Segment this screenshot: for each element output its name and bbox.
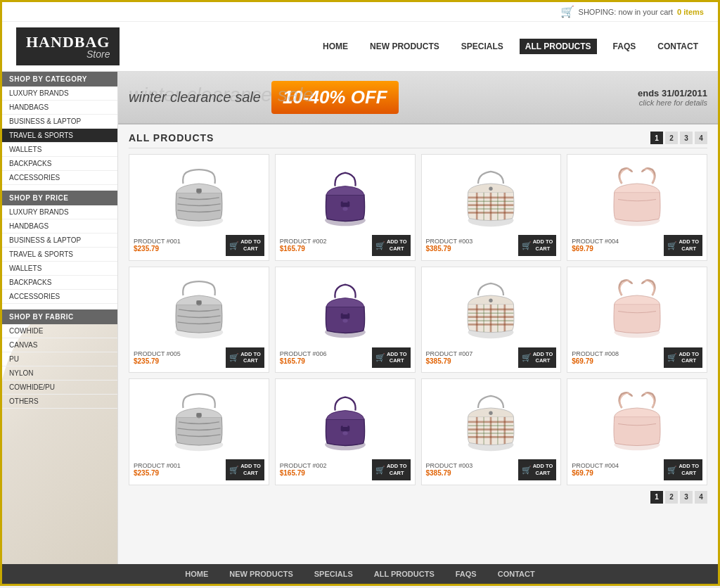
main-nav: HOME NEW PRODUCTS SPECIALS ALL PRODUCTS … bbox=[317, 39, 704, 54]
nav-specials[interactable]: SPECIALS bbox=[456, 39, 509, 54]
add-to-cart-button[interactable]: 🛒ADD TOCART bbox=[372, 235, 411, 256]
cart-items[interactable]: 0 items bbox=[677, 8, 704, 16]
add-to-cart-button[interactable]: 🛒ADD TOCART bbox=[664, 347, 702, 369]
cart-button-icon: 🛒 bbox=[229, 352, 239, 362]
sidebar-price-accessories[interactable]: ACCESSORIES bbox=[2, 290, 117, 304]
product-image[interactable] bbox=[134, 383, 264, 457]
add-to-cart-button[interactable]: 🛒ADD TOCART bbox=[226, 347, 264, 369]
sidebar-fabric-cowhide[interactable]: COWHIDE bbox=[2, 324, 117, 338]
nav-contact[interactable]: CONTACT bbox=[652, 39, 704, 54]
footer-new-products[interactable]: NEW PRODUCTS bbox=[229, 570, 292, 578]
add-to-cart-button[interactable]: 🛒ADD TOCART bbox=[664, 459, 702, 480]
product-image[interactable] bbox=[280, 159, 411, 233]
product-image[interactable] bbox=[280, 383, 411, 457]
sidebar-item-handbags[interactable]: HANDBAGS bbox=[2, 101, 117, 115]
add-to-cart-button[interactable]: 🛒ADD TOCART bbox=[226, 235, 264, 256]
header: HANDBAG Store HOME NEW PRODUCTS SPECIALS… bbox=[2, 22, 718, 72]
sidebar-item-backpacks[interactable]: BACKPACKS bbox=[2, 157, 117, 171]
product-image[interactable] bbox=[426, 383, 557, 457]
add-to-cart-button[interactable]: 🛒ADD TOCART bbox=[372, 459, 411, 480]
product-card: PRODUCT #007 $385.79 🛒ADD TOCART bbox=[421, 267, 562, 373]
footer-all-products[interactable]: ALL PRODUCTS bbox=[374, 570, 435, 578]
footer-specials[interactable]: SPECIALS bbox=[314, 570, 353, 578]
sidebar-item-accessories[interactable]: ACCESSORIES bbox=[2, 171, 117, 185]
product-image[interactable] bbox=[426, 159, 557, 233]
page-btn-1[interactable]: 1 bbox=[650, 132, 663, 144]
cart-button-icon: 🛒 bbox=[229, 465, 239, 475]
product-info: PRODUCT #004 $69.79 🛒ADD TOCART bbox=[572, 459, 702, 480]
product-name: PRODUCT #002 bbox=[280, 238, 327, 245]
sidebar-fabric-canvas[interactable]: CANVAS bbox=[2, 338, 117, 352]
sidebar-item-travel-sports[interactable]: TRAVEL & SPORTS bbox=[2, 129, 117, 143]
nav-home[interactable]: HOME bbox=[317, 39, 354, 54]
product-price: $165.79 bbox=[280, 469, 327, 477]
sidebar-price-handbags[interactable]: HANDBAGS bbox=[2, 219, 117, 234]
product-card: PRODUCT #001 $235.79 🛒ADD TOCART bbox=[129, 378, 269, 485]
footer-contact[interactable]: CONTACT bbox=[498, 570, 535, 578]
product-info: PRODUCT #006 $165.79 🛒ADD TOCART bbox=[280, 347, 411, 369]
page-btn-bottom-2[interactable]: 2 bbox=[665, 491, 678, 504]
add-to-cart-button[interactable]: 🛒ADD TOCART bbox=[518, 235, 557, 256]
footer-home[interactable]: HOME bbox=[185, 570, 208, 578]
product-info: PRODUCT #005 $235.79 🛒ADD TOCART bbox=[134, 347, 264, 369]
logo[interactable]: HANDBAG Store bbox=[16, 27, 120, 65]
page-btn-4[interactable]: 4 bbox=[695, 132, 707, 144]
sidebar-fabric-pu[interactable]: PU bbox=[2, 352, 117, 366]
footer-faqs[interactable]: FAQs bbox=[456, 570, 477, 578]
product-name: PRODUCT #005 bbox=[134, 350, 181, 357]
product-price: $235.79 bbox=[134, 469, 181, 477]
page-btn-bottom-4[interactable]: 4 bbox=[695, 491, 707, 504]
add-to-cart-button[interactable]: 🛒ADD TOCART bbox=[518, 347, 557, 369]
add-to-cart-button[interactable]: 🛒ADD TOCART bbox=[372, 347, 411, 369]
sidebar-price-business[interactable]: BUSINESS & LAPTOP bbox=[2, 234, 117, 248]
nav-all-products[interactable]: ALL PRODUCTS bbox=[520, 39, 597, 54]
nav-faqs[interactable]: FAQs bbox=[608, 39, 642, 54]
main-container: SHOP BY CATEGORY LUXURY BRANDS HANDBAGS … bbox=[2, 72, 718, 564]
sidebar-item-luxury-brands[interactable]: LUXURY BRANDS bbox=[2, 87, 117, 101]
product-info: PRODUCT #007 $385.79 🛒ADD TOCART bbox=[426, 347, 557, 369]
product-card: PRODUCT #003 $385.79 🛒ADD TOCART bbox=[421, 378, 562, 485]
nav-new-products[interactable]: NEW PRODUCTS bbox=[364, 39, 445, 54]
page-btn-3[interactable]: 3 bbox=[680, 132, 693, 144]
cart-button-icon: 🛒 bbox=[375, 241, 385, 250]
product-image[interactable] bbox=[426, 271, 557, 345]
page-btn-bottom-3[interactable]: 3 bbox=[680, 491, 693, 504]
add-to-cart-button[interactable]: 🛒ADD TOCART bbox=[226, 459, 264, 480]
product-image[interactable] bbox=[572, 383, 702, 457]
product-name: PRODUCT #004 bbox=[572, 462, 619, 469]
product-info: PRODUCT #003 $385.79 🛒ADD TOCART bbox=[426, 459, 557, 480]
product-info: PRODUCT #004 $69.79 🛒ADD TOCART bbox=[572, 235, 702, 256]
product-info: PRODUCT #001 $235.79 🛒ADD TOCART bbox=[134, 235, 264, 256]
sidebar-section-category: SHOP BY CATEGORY LUXURY BRANDS HANDBAGS … bbox=[2, 72, 117, 185]
sidebar-fabric-nylon[interactable]: NYLON bbox=[2, 366, 117, 381]
product-price: $69.79 bbox=[572, 469, 619, 477]
sidebar-item-wallets[interactable]: WALLETS bbox=[2, 143, 117, 157]
cart-button-icon: 🛒 bbox=[667, 241, 677, 250]
product-price: $69.79 bbox=[572, 245, 619, 253]
sidebar-fabric-title: SHOP BY FABRIC bbox=[2, 309, 117, 324]
product-name: PRODUCT #003 bbox=[426, 238, 473, 245]
banner[interactable]: winter clearance sale winter clearance s… bbox=[118, 72, 718, 124]
cart-button-icon: 🛒 bbox=[667, 352, 677, 362]
product-image[interactable] bbox=[134, 271, 264, 345]
product-info: PRODUCT #003 $385.79 🛒ADD TOCART bbox=[426, 235, 557, 256]
sidebar-item-business-laptop[interactable]: BUSINESS & LAPTOP bbox=[2, 115, 117, 129]
product-image[interactable] bbox=[572, 271, 702, 345]
product-image[interactable] bbox=[572, 159, 702, 233]
product-image[interactable] bbox=[134, 159, 264, 233]
sidebar-fabric-others[interactable]: OTHERS bbox=[2, 395, 117, 409]
product-image[interactable] bbox=[280, 271, 411, 345]
product-name: PRODUCT #008 bbox=[572, 350, 619, 357]
page-btn-bottom-1[interactable]: 1 bbox=[650, 491, 663, 504]
add-to-cart-button[interactable]: 🛒ADD TOCART bbox=[664, 235, 702, 256]
product-price: $385.79 bbox=[426, 245, 473, 253]
sidebar-price-travel[interactable]: TRAVEL & SPORTS bbox=[2, 248, 117, 262]
page-btn-2[interactable]: 2 bbox=[665, 132, 678, 144]
svg-rect-43 bbox=[342, 312, 347, 315]
sidebar-price-backpacks[interactable]: BACKPACKS bbox=[2, 276, 117, 290]
sidebar-price-wallets[interactable]: WALLETS bbox=[2, 262, 117, 276]
sidebar-fabric-cowhide-pu[interactable]: COWHIDE/PU bbox=[2, 381, 117, 395]
sidebar-price-luxury[interactable]: LUXURY BRANDS bbox=[2, 205, 117, 219]
add-to-cart-button[interactable]: 🛒ADD TOCART bbox=[518, 459, 557, 480]
pagination-top: 1 2 3 4 bbox=[650, 132, 707, 144]
